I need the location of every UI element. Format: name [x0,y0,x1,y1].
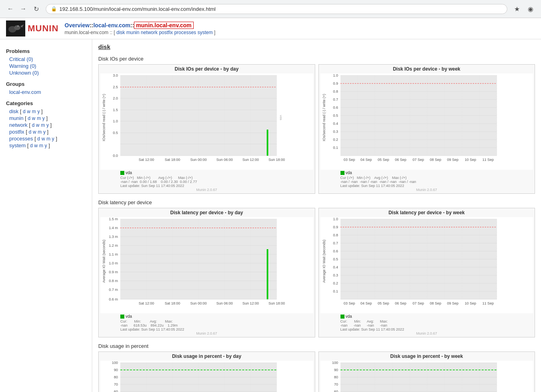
category-munin: munin [ d w m y ] [6,115,86,122]
disk-ios-day-stats: Cur (-/+) Min (-/+) Avg (-/+) Max (-/+) … [120,176,313,188]
svg-text:11 Sep: 11 Sep [482,158,494,162]
security-icon: 🔒 [51,6,57,12]
page-header: MUNIN Overview :: local-env.com :: munin… [0,18,541,39]
svg-text:0.0: 0.0 [113,154,118,158]
disk-d-link[interactable]: d [23,109,26,114]
group-link[interactable]: local-env.com [6,89,86,95]
processes-m-link[interactable]: m [47,136,51,142]
network-w-link[interactable]: w [36,122,40,128]
disk-ios-day-container[interactable]: Disk IOs per device - by day [98,64,315,194]
disk-latency-week-version: Munin 2.0.67 [320,331,533,335]
subsection-disk-ios: Disk IOs per device [98,56,535,62]
svg-text:IOs/second read (-) / write (+: IOs/second read (-) / write (+) [102,94,106,141]
svg-point-4 [17,25,19,27]
svg-text:0.8 m: 0.8 m [109,279,118,283]
svg-text:04 Sep: 04 Sep [360,158,372,162]
postfix-w-link[interactable]: w [33,129,36,135]
address-path: /munin/local-env.com/munin.local-env.com… [93,6,216,12]
breadcrumb-host[interactable]: munin.local-env.com [134,22,193,29]
system-w-link[interactable]: w [34,143,38,148]
subnav-processes[interactable]: processes [174,30,196,35]
subnav-munin[interactable]: munin [126,30,140,35]
system-d-link[interactable]: d [30,143,33,148]
svg-text:0.7: 0.7 [333,241,338,245]
svg-text:100: 100 [112,361,118,365]
category-disk: disk [ d w m y ] [6,108,86,115]
svg-text:Sun 00:00: Sun 00:00 [190,301,207,305]
shield-button[interactable]: ◉ [525,3,536,14]
system-m-link[interactable]: m [39,143,43,148]
disk-ios-week-stats: Cur (-/+) Min (-/+) Avg (-/+) Max (-/+) … [340,176,533,188]
disk-latency-week-container[interactable]: Disk latency per device - by week [318,208,535,337]
svg-text:1.5 m: 1.5 m [109,217,118,221]
browser-chrome: ← → ↻ 🔒 192.168.5.100/munin/local-env.co… [0,0,541,18]
category-munin-link[interactable]: munin [9,115,23,121]
svg-text:1.0 m: 1.0 m [109,261,118,265]
sidebar: Problems Critical (0) Warning (0) Unknow… [0,39,92,392]
header-info: Overview :: local-env.com :: munin.local… [65,22,215,35]
disk-m-link[interactable]: m [32,109,36,114]
processes-w-link[interactable]: w [41,136,45,142]
breadcrumb-overview[interactable]: Overview [65,22,89,28]
address-bar[interactable]: 🔒 192.168.5.100/munin/local-env.com/muni… [46,4,507,14]
subnav-disk[interactable]: disk [116,30,125,35]
problems-title: Problems [6,48,86,54]
disk-latency-day-container[interactable]: Disk latency per device - by day [98,208,315,337]
category-postfix-link[interactable]: postfix [9,129,24,135]
subnav-postfix[interactable]: postfix [159,30,173,35]
legend-vda-label: vda [126,171,132,175]
back-button[interactable]: ← [5,3,16,14]
svg-text:IOs/second read (-) / write (+: IOs/second read (-) / write (+) [322,94,326,141]
unknown-row: Unknown (0) [6,69,86,76]
category-disk-link[interactable]: disk [9,108,18,114]
processes-d-link[interactable]: d [37,136,40,142]
munin-logo: MUNIN [6,20,59,37]
disk-usage-week-container[interactable]: Disk usage in percent - by week [318,351,535,392]
subnav-network[interactable]: network [141,30,158,35]
category-processes-link[interactable]: processes [9,136,33,142]
critical-link[interactable]: Critical (0) [6,56,86,63]
breadcrumb-group[interactable]: local-env.com [93,22,130,28]
reload-button[interactable]: ↻ [30,3,42,14]
svg-text:1.5: 1.5 [113,108,118,112]
svg-text:1.4 m: 1.4 m [109,226,118,230]
svg-text:3.0: 3.0 [113,73,118,77]
disk-ios-week-version: Munin 2.0.67 [320,188,533,192]
munin-d-link[interactable]: d [28,116,30,121]
system-y-link[interactable]: y [45,143,47,148]
munin-m-link[interactable]: m [37,116,41,121]
network-d-link[interactable]: d [32,122,34,128]
network-m-link[interactable]: m [41,122,45,128]
postfix-y-link[interactable]: y [43,129,46,135]
svg-text:1.0: 1.0 [333,73,338,77]
category-system: system [ d w m y ] [6,142,86,149]
svg-text:0.6: 0.6 [333,249,338,253]
processes-y-link[interactable]: y [52,136,54,142]
forward-button[interactable]: → [18,3,29,14]
category-network-link[interactable]: network [9,122,28,128]
warning-link[interactable]: Warning (0) [6,63,86,69]
subsection-disk-usage: Disk usage in percent [98,343,535,349]
munin-w-link[interactable]: w [32,116,36,121]
disk-latency-day-version: Munin 2.0.67 [100,331,313,335]
page-wrapper: Problems Critical (0) Warning (0) Unknow… [0,39,541,392]
network-y-link[interactable]: y [47,122,49,128]
bookmark-button[interactable]: ★ [511,3,523,14]
disk-y-link[interactable]: y [37,109,40,114]
main-content: disk Disk IOs per device Disk IOs per de… [92,39,541,392]
svg-text:1.0: 1.0 [113,119,118,123]
svg-text:05 Sep: 05 Sep [377,301,389,305]
subnav-prefix: munin.local-env.com :: [ [65,30,116,35]
disk-ios-week-container[interactable]: Disk IOs per device - by week [318,64,535,194]
category-system-link[interactable]: system [9,142,26,148]
disk-usage-day-container[interactable]: Disk usage in percent - by day [98,351,315,392]
svg-text:Average IO Wait (seconds): Average IO Wait (seconds) [322,240,326,283]
postfix-d-link[interactable]: d [28,129,31,135]
postfix-m-link[interactable]: m [38,129,42,135]
disk-w-link[interactable]: w [27,109,30,114]
svg-text:09 Sep: 09 Sep [447,158,458,162]
munin-y-link[interactable]: y [43,116,45,121]
svg-text:0.3: 0.3 [333,273,338,277]
subnav-system[interactable]: system [197,30,213,35]
unknown-link[interactable]: Unknown (0) [6,69,86,76]
